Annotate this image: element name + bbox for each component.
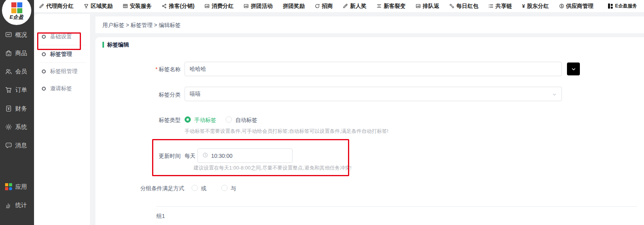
manual-tag-radio[interactable] xyxy=(185,116,191,123)
stats-icon xyxy=(5,202,12,209)
topbar-item-queue-return[interactable]: 排队返 xyxy=(416,3,439,10)
update-time-value: 10:30:00 xyxy=(211,153,233,159)
group-or-radio-label[interactable]: 或 xyxy=(201,185,206,192)
logo-text: E企盈 xyxy=(9,14,23,21)
sidebar-item-label: 消息 xyxy=(15,142,27,149)
tag-name-label: *标签名称 xyxy=(149,66,181,73)
sidebar-item-overview[interactable]: 概况 xyxy=(5,30,27,39)
topbar-item-label: 供应商管理 xyxy=(566,3,594,10)
circled-s-icon xyxy=(559,4,564,9)
group-mode-label: 分组条件满足方式 xyxy=(137,185,184,192)
settings-gear-icon xyxy=(5,123,12,130)
chevron-down-icon xyxy=(552,92,557,98)
menu-lines-icon xyxy=(377,4,382,9)
image-icon xyxy=(244,4,249,9)
topbar-item-label: 消费分红 xyxy=(212,3,233,10)
sidebar-item-apps[interactable]: 应用 xyxy=(5,182,27,191)
subsidebar-item-tag-group-management[interactable]: 标签组管理 xyxy=(42,67,77,76)
trophy-icon xyxy=(84,4,89,9)
tag-name-input[interactable]: 哈哈哈 xyxy=(185,62,562,76)
topbar-item-share-chain[interactable]: 共享链 xyxy=(488,3,512,10)
tag-category-select[interactable]: 嘻嘻 xyxy=(185,87,562,101)
auto-tag-radio-label[interactable]: 自动标签 xyxy=(235,117,257,124)
topbar-item-install-service[interactable]: 安装服务 xyxy=(123,3,152,10)
recycle-icon xyxy=(315,4,320,9)
sidebar-item-label: 统计 xyxy=(15,202,27,209)
topbar-item-shareholder-dividend[interactable]: ¥ 股东分红 xyxy=(522,3,549,10)
divider xyxy=(40,45,86,45)
primary-sidebar: 概况 商品 会员 订单 财务 系统 消息 应用 xyxy=(0,0,34,225)
logo-mark-icon xyxy=(11,2,22,13)
topbar-item-label: 排队返 xyxy=(423,3,439,10)
topbar-item-daily-redpacket[interactable]: 每日红包 xyxy=(449,3,478,10)
topbar-item-label: E企盈服务 xyxy=(615,3,637,9)
circle-bullet-icon xyxy=(42,35,46,39)
top-menu-bar: 代理商分红 区域奖励 安装服务 推客(分销) 消费分红 拼团活动 拼团奖励 招 xyxy=(34,0,644,12)
topbar-item-agent-dividend[interactable]: 代理商分红 xyxy=(39,3,74,10)
group-or-radio[interactable] xyxy=(192,185,198,191)
link-icon xyxy=(449,4,454,9)
sidebar-item-orders[interactable]: 订单 xyxy=(5,86,27,94)
chevron-down-icon xyxy=(571,66,576,72)
group-and-radio[interactable] xyxy=(221,185,228,191)
sidebar-item-stats[interactable]: 统计 xyxy=(5,201,27,209)
finance-icon xyxy=(5,105,12,112)
sidebar-item-label: 系统 xyxy=(15,123,27,131)
subsidebar-item-label: 基础设置 xyxy=(50,33,72,40)
dashboard-icon xyxy=(5,31,12,38)
section-accent-bar xyxy=(102,42,104,48)
group-and-radio-label[interactable]: 与 xyxy=(231,185,236,192)
topbar-item-label: 共享链 xyxy=(495,3,512,10)
topbar-item-newclient-fission[interactable]: 新客裂变 xyxy=(377,3,405,10)
subsidebar-item-invite-tag[interactable]: 邀请标签 xyxy=(42,84,72,93)
topbar-item-label: 新客裂变 xyxy=(384,3,405,10)
topbar-item-newcomer-award[interactable]: 新人奖 xyxy=(343,3,366,10)
sidebar-item-goods[interactable]: 商品 xyxy=(5,49,27,57)
section-title: 标签编辑 xyxy=(107,41,129,48)
pen-icon xyxy=(39,4,44,9)
sidebar-item-finance[interactable]: 财务 xyxy=(5,104,27,113)
pen-icon xyxy=(343,4,348,9)
subsidebar-item-label: 邀请标签 xyxy=(50,85,72,92)
sidebar-item-label: 商品 xyxy=(15,50,27,57)
manual-tag-radio-label[interactable]: 手动标签 xyxy=(194,117,216,124)
topbar-item-label: 每日红包 xyxy=(456,3,478,10)
topbar-item-label: 推客(分销) xyxy=(169,3,194,10)
tag-category-label: 标签分类 xyxy=(149,91,181,98)
subsidebar-item-tag-management[interactable]: 标签管理 xyxy=(42,50,72,59)
topbar-item-consume-dividend[interactable]: 消费分红 xyxy=(205,3,233,10)
group-title: 组1 xyxy=(156,213,165,220)
topbar-item-promoter-distribution[interactable]: 推客(分销) xyxy=(162,3,194,10)
subsidebar-item-basic-settings[interactable]: 基础设置 xyxy=(42,32,72,41)
topbar-item-label: 拼团活动 xyxy=(251,3,273,10)
topbar-item-label: 招商 xyxy=(322,3,333,10)
grid-icon xyxy=(608,4,613,9)
topbar-item-investment[interactable]: 招商 xyxy=(315,3,333,10)
image-icon xyxy=(416,4,421,9)
image-icon xyxy=(205,4,210,9)
topbar-item-eqy-service[interactable]: E企盈服务 xyxy=(608,3,637,9)
circle-bullet-icon xyxy=(42,87,46,91)
sidebar-item-members[interactable]: 会员 xyxy=(5,67,27,76)
subsidebar-item-label: 标签管理 xyxy=(50,51,72,58)
update-time-input[interactable]: 10:30:00 xyxy=(197,148,292,163)
table-icon xyxy=(123,4,128,9)
topbar-item-region-reward[interactable]: 区域奖励 xyxy=(84,3,113,10)
update-time-help-text: 建议设置在每天1:00-8:00之间,尽量不要设置整点,避免和其他任务冲突! xyxy=(194,164,352,171)
sidebar-item-label: 财务 xyxy=(15,105,27,112)
auto-tag-radio[interactable] xyxy=(226,116,232,123)
required-asterisk: * xyxy=(156,66,158,72)
share-icon xyxy=(162,4,167,9)
collapse-dropdown-button[interactable] xyxy=(567,62,580,75)
sidebar-item-system[interactable]: 系统 xyxy=(5,123,27,131)
orders-cart-icon xyxy=(5,86,12,93)
topbar-item-label: 拼团奖励 xyxy=(283,3,305,10)
topbar-item-supplier-management[interactable]: 供应商管理 xyxy=(559,3,594,10)
circle-bullet-icon xyxy=(42,70,46,73)
topbar-item-groupbuy-reward[interactable]: 拼团奖励 xyxy=(283,3,305,10)
topbar-item-label: 安装服务 xyxy=(130,3,152,10)
topbar-item-groupbuy-activity[interactable]: 拼团活动 xyxy=(244,3,273,10)
tag-edit-card: 标签编辑 *标签名称 哈哈哈 标签分类 嘻嘻 标签类型 手动标签 自动标签 手动… xyxy=(95,37,644,225)
sidebar-item-messages[interactable]: 消息 xyxy=(5,141,27,150)
sidebar-item-label: 应用 xyxy=(15,183,27,191)
